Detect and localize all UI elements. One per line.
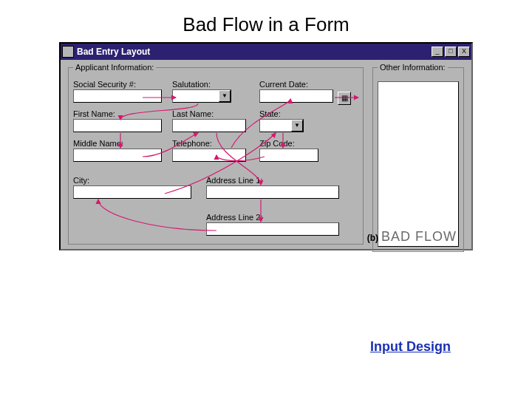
city-input[interactable]: [73, 185, 191, 199]
titlebar-buttons: _ □ X: [432, 47, 470, 57]
close-button[interactable]: X: [458, 47, 470, 57]
middle-name-input[interactable]: [73, 149, 162, 162]
minimize-button[interactable]: _: [432, 47, 443, 57]
state-combo[interactable]: ▼: [259, 119, 304, 132]
titlebar: Bad Entry Layout _ □ X: [61, 44, 471, 60]
zip-label: Zip Code:: [259, 139, 318, 148]
ssn-input[interactable]: [73, 89, 162, 103]
field-last-name: Last Name:: [172, 109, 246, 132]
telephone-label: Telephone:: [172, 139, 246, 148]
caption-text: BAD FLOW: [381, 229, 457, 244]
other-legend: Other Information:: [378, 63, 448, 72]
state-label: State:: [259, 109, 304, 118]
window: Bad Entry Layout _ □ X Applicant Informa…: [59, 42, 473, 250]
field-first-name: First Name:: [73, 109, 162, 132]
field-zip: Zip Code:: [259, 139, 318, 162]
caption-prefix: (b): [367, 233, 378, 243]
middle-name-label: Middle Name:: [73, 139, 162, 148]
salutation-combo[interactable]: ▼: [172, 89, 231, 103]
field-state: State: ▼: [259, 109, 304, 132]
chevron-down-icon[interactable]: ▼: [291, 120, 303, 132]
salutation-label: Salutation:: [172, 80, 231, 89]
current-date-label: Current Date:: [259, 80, 333, 89]
maximize-button[interactable]: □: [445, 47, 457, 57]
footer-link[interactable]: Input Design: [370, 339, 451, 355]
window-title: Bad Entry Layout: [77, 47, 432, 57]
field-ssn: Social Security #:: [73, 80, 162, 103]
flow-caption: (b) BAD FLOW: [367, 229, 457, 245]
applicant-groupbox: Applicant Information: Social Security #…: [68, 67, 364, 245]
last-name-input[interactable]: [172, 119, 246, 132]
telephone-input[interactable]: [172, 149, 246, 162]
field-middle-name: Middle Name:: [73, 139, 162, 162]
addr1-label: Address Line 1:: [206, 176, 339, 185]
current-date-input[interactable]: [259, 89, 333, 103]
first-name-label: First Name:: [73, 109, 162, 118]
addr2-label: Address Line 2:: [206, 213, 339, 222]
zip-input[interactable]: [259, 149, 318, 162]
app-icon: [62, 46, 74, 58]
date-picker-icon[interactable]: ▦: [338, 92, 351, 105]
window-body: Applicant Information: Social Security #…: [61, 60, 471, 249]
addr2-input[interactable]: [206, 222, 339, 236]
ssn-label: Social Security #:: [73, 80, 162, 89]
slide-title: Bad Flow in a Form: [0, 0, 532, 42]
chevron-down-icon[interactable]: ▼: [219, 90, 231, 102]
other-textarea[interactable]: [378, 81, 459, 247]
applicant-legend: Applicant Information:: [73, 63, 156, 72]
addr1-input[interactable]: [206, 185, 339, 199]
field-salutation: Salutation: ▼: [172, 80, 231, 103]
field-addr2: Address Line 2:: [206, 213, 339, 236]
field-addr1: Address Line 1:: [206, 176, 339, 199]
last-name-label: Last Name:: [172, 109, 246, 118]
field-current-date: Current Date:: [259, 80, 333, 103]
field-city: City:: [73, 176, 191, 199]
other-groupbox: Other Information:: [372, 67, 464, 252]
field-telephone: Telephone:: [172, 139, 246, 162]
city-label: City:: [73, 176, 191, 185]
first-name-input[interactable]: [73, 119, 162, 132]
